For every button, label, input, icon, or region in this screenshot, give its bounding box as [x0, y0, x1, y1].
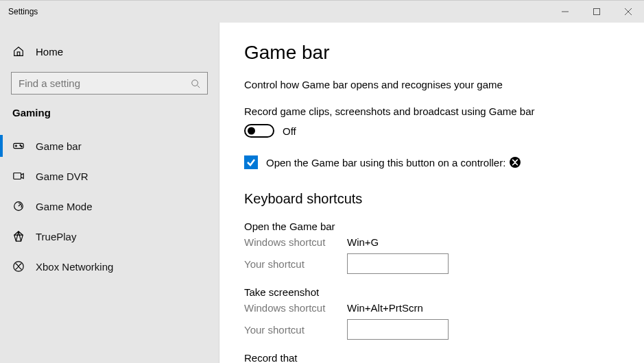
- sidebar-item-trueplay[interactable]: TruePlay: [0, 221, 219, 251]
- controller-checkbox[interactable]: [244, 155, 258, 169]
- sidebar-item-game-dvr[interactable]: Game DVR: [0, 161, 219, 191]
- shortcut-take-screenshot: Take screenshot Windows shortcut Win+Alt…: [244, 286, 619, 340]
- search-input[interactable]: [11, 72, 208, 95]
- sidebar-item-label: Game DVR: [36, 171, 88, 182]
- svg-rect-4: [17, 52, 20, 55]
- svg-point-5: [192, 79, 198, 86]
- section-label: Gaming: [0, 107, 219, 118]
- sidebar-item-game-bar[interactable]: Game bar: [0, 131, 219, 161]
- svg-point-10: [20, 145, 21, 145]
- shortcuts-heading: Keyboard shortcuts: [244, 191, 619, 207]
- xbox-controller-icon: [510, 157, 521, 168]
- sidebar: Home Gaming Game bar Game DVR Ga: [0, 23, 219, 363]
- your-shortcut-label: Your shortcut: [244, 324, 347, 336]
- gamebar-toggle[interactable]: [244, 124, 274, 138]
- windows-shortcut-label: Windows shortcut: [244, 236, 347, 248]
- svg-point-11: [21, 146, 22, 147]
- svg-rect-12: [14, 173, 21, 179]
- toggle-knob: [248, 127, 255, 135]
- your-shortcut-input[interactable]: [347, 253, 449, 274]
- dvr-icon: [12, 170, 25, 182]
- shortcut-title: Take screenshot: [244, 286, 619, 298]
- checkbox-text: Open the Game bar using this button on a…: [266, 157, 505, 168]
- home-nav[interactable]: Home: [0, 38, 219, 65]
- toggle-description: Record game clips, screenshots and broad…: [244, 105, 619, 117]
- sidebar-item-label: TruePlay: [36, 231, 76, 242]
- check-icon: [246, 158, 256, 167]
- titlebar: Settings: [0, 1, 644, 23]
- cutoff-text: Record that: [244, 352, 619, 363]
- sidebar-item-label: Game bar: [36, 140, 82, 152]
- windows-shortcut-value: Win+Alt+PrtScrn: [347, 302, 423, 314]
- page-description: Control how Game bar opens and recognise…: [244, 79, 619, 90]
- window-title: Settings: [0, 7, 549, 16]
- sidebar-item-label: Xbox Networking: [36, 261, 113, 273]
- trueplay-icon: [12, 230, 25, 242]
- home-icon: [12, 45, 25, 58]
- windows-shortcut-value: Win+G: [347, 236, 379, 248]
- checkbox-label: Open the Game bar using this button on a…: [266, 157, 521, 168]
- your-shortcut-input[interactable]: [347, 319, 449, 340]
- content-area: Game bar Control how Game bar opens and …: [219, 23, 644, 363]
- sidebar-item-xbox-networking[interactable]: Xbox Networking: [0, 251, 219, 281]
- svg-line-6: [198, 85, 200, 88]
- search-field[interactable]: [19, 77, 191, 89]
- svg-line-14: [19, 204, 21, 206]
- minimize-button[interactable]: [549, 1, 581, 23]
- page-title: Game bar: [244, 42, 619, 64]
- close-button[interactable]: [612, 1, 644, 23]
- your-shortcut-label: Your shortcut: [244, 258, 347, 270]
- home-label: Home: [36, 46, 63, 58]
- shortcut-open-gamebar: Open the Game bar Windows shortcut Win+G…: [244, 221, 619, 274]
- gamemode-icon: [12, 200, 25, 212]
- window-controls: [549, 1, 644, 23]
- sidebar-item-game-mode[interactable]: Game Mode: [0, 191, 219, 221]
- windows-shortcut-label: Windows shortcut: [244, 302, 347, 314]
- search-icon: [191, 79, 200, 88]
- xbox-icon: [12, 260, 25, 273]
- toggle-state-label: Off: [283, 125, 296, 137]
- svg-rect-1: [594, 9, 600, 15]
- gamebar-icon: [12, 140, 25, 152]
- maximize-button[interactable]: [581, 1, 612, 23]
- shortcut-title: Open the Game bar: [244, 221, 619, 232]
- sidebar-item-label: Game Mode: [36, 201, 93, 212]
